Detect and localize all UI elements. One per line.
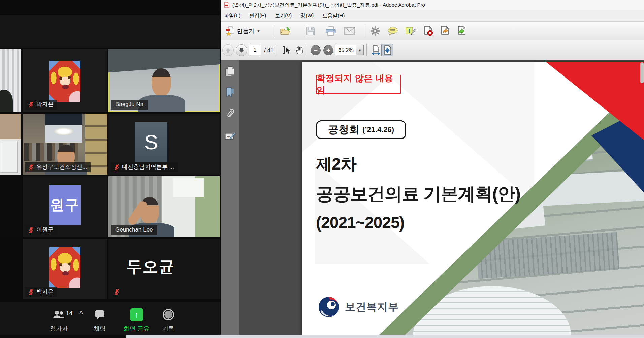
silhouette (0, 90, 13, 112)
signature-icon[interactable] (225, 131, 236, 142)
video-tile-leewongu[interactable]: 원구 이원구 (23, 176, 107, 237)
page-thumbnails-icon[interactable] (225, 66, 236, 77)
create-pdf-button[interactable]: 만들기 ▼ (223, 25, 263, 37)
chat-icon (94, 310, 105, 320)
chevron-up-icon[interactable]: ^ (79, 310, 83, 317)
menu-help[interactable]: 도움말(H) (322, 12, 345, 19)
email-button[interactable] (343, 25, 356, 37)
fit-page-button[interactable] (381, 44, 393, 56)
hearing-badge: 공청회 (’21.4.26) (316, 120, 406, 139)
zoom-level-text: 65.2% (338, 47, 353, 53)
share-page-button[interactable] (456, 25, 469, 37)
gear-icon (370, 26, 380, 36)
video-tile-partial[interactable] (0, 114, 21, 175)
attachments-icon[interactable] (225, 108, 236, 119)
delete-page-button[interactable] (422, 25, 435, 37)
participant-label (111, 287, 123, 297)
settings-button[interactable] (369, 25, 382, 37)
participants-label: 참가자 (50, 325, 68, 333)
participants-button[interactable]: 참가자 (50, 308, 68, 333)
profile-image (49, 247, 80, 288)
create-pdf-label: 만들기 (237, 27, 254, 35)
video-tile-duogyun[interactable]: 두오균 (108, 239, 220, 299)
previous-page-button[interactable] (222, 44, 234, 56)
video-tile-parkjieun-1[interactable]: 박지은 (23, 49, 107, 112)
draft-notice-text: 확정되지 않은 내용임 (317, 72, 400, 96)
ceiling-lamp (54, 128, 73, 135)
share-screen-icon: ↑ (130, 308, 143, 321)
video-tile-parkjieun-2[interactable]: 박지은 (23, 239, 107, 299)
zoom-level-value[interactable]: 65.2% (335, 45, 357, 55)
menu-edit[interactable]: 편집(E) (249, 12, 266, 19)
participant-name-large: 두오균 (108, 256, 193, 277)
hearing-badge-date: (’21.4.26) (362, 125, 394, 134)
hand-tool-button[interactable] (293, 44, 306, 57)
edit-text-button[interactable]: T (405, 25, 417, 37)
video-tile-yuseong[interactable]: 유성구보건소장신... (23, 114, 107, 175)
fit-width-button[interactable] (370, 44, 382, 56)
mic-muted-icon (114, 289, 120, 295)
zoom-out-button[interactable]: − (311, 45, 321, 55)
participant-label: Geunchan Lee (111, 225, 157, 235)
ministry-name: 보건복지부 (345, 300, 399, 314)
fit-width-icon (372, 45, 380, 55)
bookmarks-icon[interactable] (225, 87, 236, 98)
select-tool-button[interactable] (280, 44, 293, 57)
record-button[interactable]: 기록 (162, 308, 174, 333)
video-tile-daejeon[interactable]: S 대전충남지역본부 ... (108, 114, 220, 175)
avatar: 원구 (49, 185, 81, 225)
zoom-control-bar: 참가자 14 ^ 채팅 ↑ 화면 공유 (0, 302, 220, 335)
scrollbar-thumb[interactable] (640, 62, 644, 83)
zoom-level-dropdown[interactable]: ▼ (356, 45, 364, 55)
pdf-page[interactable]: 확정되지 않은 내용임 공청회 (’21.4.26) 제2차 공공보건의료 기본… (302, 62, 644, 335)
taskbar-strip[interactable] (126, 335, 644, 338)
hand-tool-icon (295, 46, 304, 55)
acrobat-window: (별첨)_제2차_공공보건의료_기본계획(안)_공청회_발표_자료.pdf - … (221, 0, 644, 338)
print-button[interactable] (324, 25, 337, 37)
save-button[interactable] (304, 25, 317, 37)
toolbar-separator (366, 44, 367, 56)
mic-muted-icon (28, 289, 34, 295)
share-screen-label: 화면 공유 (124, 325, 150, 333)
pdf-file-icon (224, 2, 230, 8)
video-tile-baegju-na-active[interactable]: BaegJu Na (108, 49, 220, 112)
toolbar-separator (307, 44, 307, 56)
up-arrow-glyph: ↑ (135, 310, 139, 319)
zoom-window: 박지은 BaegJu Na (0, 0, 221, 338)
page-number-input[interactable] (249, 45, 261, 55)
zoom-in-button[interactable]: + (323, 45, 333, 55)
profile-image (49, 61, 80, 102)
video-tile-geunchan-lee[interactable]: Geunchan Lee (108, 176, 220, 237)
dropdown-arrow-icon: ▼ (358, 48, 362, 52)
mic-muted-icon (114, 164, 120, 171)
share-screen-button[interactable]: ↑ 화면 공유 (124, 308, 150, 333)
participant-label: 박지은 (25, 287, 57, 297)
avatar-letter: S (144, 130, 158, 154)
open-button[interactable] (279, 25, 292, 37)
menu-window[interactable]: 창(W) (300, 12, 314, 19)
page-orange-arrow-icon (440, 26, 450, 36)
video-tile-partial[interactable] (0, 49, 21, 112)
participant-name: Geunchan Lee (115, 226, 153, 233)
draft-notice-box: 확정되지 않은 내용임 (316, 75, 401, 94)
svg-text:T: T (408, 28, 411, 34)
dropdown-arrow-icon: ▼ (257, 29, 260, 33)
participant-name: 이원구 (36, 226, 54, 233)
chat-button[interactable]: 채팅 (94, 308, 106, 333)
whiteboard (0, 141, 18, 173)
export-page-button[interactable] (439, 25, 452, 37)
acrobat-titlebar[interactable]: (별첨)_제2차_공공보건의료_기본계획(안)_공청회_발표_자료.pdf - … (221, 0, 644, 10)
comment-button[interactable] (386, 25, 399, 37)
menu-view[interactable]: 보기(V) (275, 12, 292, 19)
next-page-button[interactable] (236, 44, 247, 56)
menu-file[interactable]: 파일(F) (224, 12, 240, 19)
participant-name: BaegJu Na (115, 101, 143, 108)
edit-text-icon: T (406, 26, 416, 36)
ministry-logo-block: 보건복지부 (317, 296, 399, 318)
avatar: S (135, 122, 167, 162)
select-tool-icon (282, 46, 291, 55)
video-tile-partial[interactable] (0, 176, 21, 237)
open-folder-icon (280, 26, 291, 36)
document-canvas: 확정되지 않은 내용임 공청회 (’21.4.26) 제2차 공공보건의료 기본… (240, 60, 644, 335)
email-icon (344, 27, 355, 35)
